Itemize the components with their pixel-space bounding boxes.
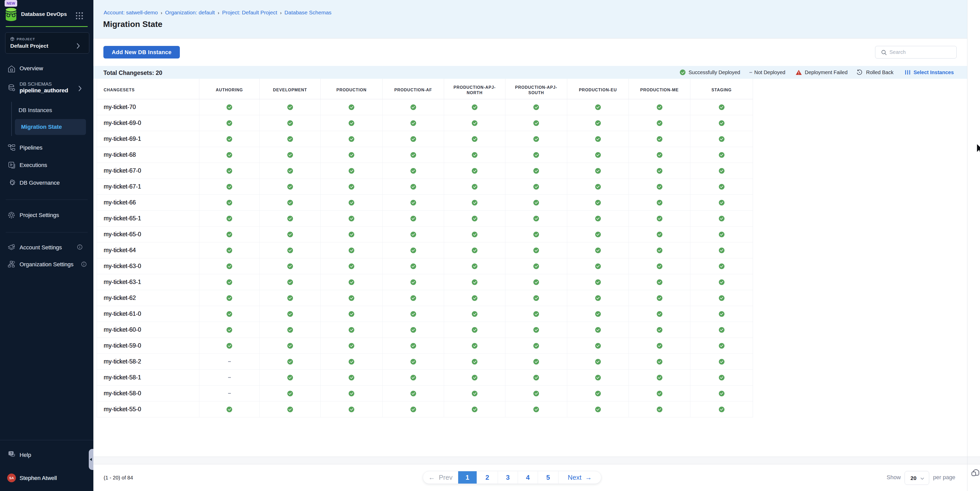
svg-text:?: ?	[10, 452, 12, 455]
